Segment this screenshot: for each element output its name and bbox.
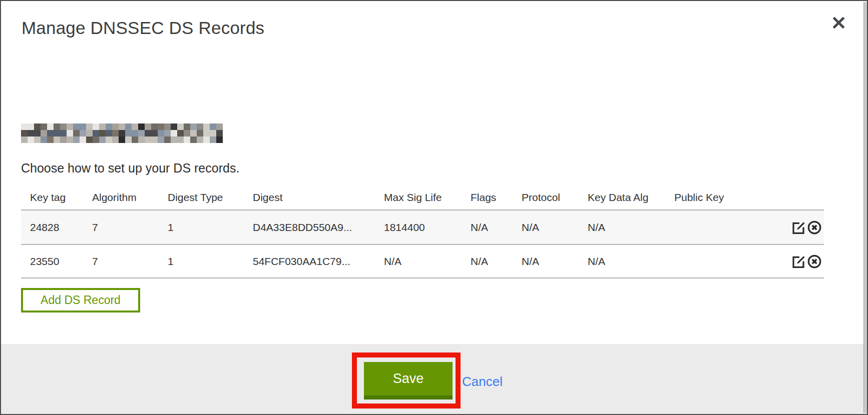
cell-flags: N/A [471, 256, 522, 268]
col-header-algorithm: Algorithm [92, 192, 168, 204]
col-header-flags: Flags [471, 192, 522, 204]
cell-digest: 54FCF030AA1C79... [253, 256, 384, 268]
col-header-digest-type: Digest Type [168, 192, 253, 204]
redacted-domain-name [21, 124, 223, 143]
delete-icon [807, 220, 822, 235]
table-header-row: Key tag Algorithm Digest Type Digest Max… [21, 185, 824, 210]
col-header-max-sig-life: Max Sig Life [384, 192, 471, 204]
cell-digest: D4A33E8DD550A9... [253, 222, 384, 234]
cell-key-tag: 24828 [30, 222, 92, 234]
cell-flags: N/A [471, 222, 522, 234]
cell-algorithm: 7 [92, 256, 168, 268]
dns-ds-records-dialog: Manage DNSSEC DS Records Choose how to s… [0, 0, 868, 415]
edit-record-button[interactable] [791, 220, 806, 235]
edit-icon [791, 220, 806, 235]
col-header-protocol: Protocol [522, 192, 588, 204]
scrollbar-track [863, 2, 867, 413]
cancel-link[interactable]: Cancel [462, 374, 503, 390]
edit-record-button[interactable] [791, 254, 806, 269]
cell-max-sig-life: 1814400 [384, 222, 471, 234]
save-button[interactable]: Save [364, 362, 453, 400]
add-ds-record-button[interactable]: Add DS Record [21, 288, 140, 312]
delete-record-button[interactable] [807, 220, 822, 235]
delete-record-button[interactable] [807, 254, 822, 269]
cell-algorithm: 7 [92, 222, 168, 234]
edit-icon [791, 254, 806, 269]
delete-icon [807, 254, 822, 269]
close-icon [830, 14, 848, 32]
col-header-key-data-alg: Key Data Alg [588, 192, 674, 204]
table-row: 23550 7 1 54FCF030AA1C79... N/A N/A N/A … [21, 244, 824, 278]
cell-key-data-alg: N/A [588, 222, 674, 234]
cell-digest-type: 1 [168, 256, 253, 268]
cell-protocol: N/A [522, 222, 588, 234]
col-header-public-key: Public Key [674, 192, 791, 204]
cell-max-sig-life: N/A [384, 256, 471, 268]
col-header-digest: Digest [253, 192, 384, 204]
cell-key-tag: 23550 [30, 256, 92, 268]
ds-records-table: Key tag Algorithm Digest Type Digest Max… [21, 185, 824, 278]
close-button[interactable] [830, 14, 848, 32]
cell-protocol: N/A [522, 256, 588, 268]
setup-instruction-text: Choose how to set up your DS records. [21, 161, 239, 176]
cell-digest-type: 1 [168, 222, 253, 234]
table-row: 24828 7 1 D4A33E8DD550A9... 1814400 N/A … [21, 210, 824, 244]
page-title: Manage DNSSEC DS Records [22, 18, 264, 38]
cell-key-data-alg: N/A [588, 256, 674, 268]
col-header-key-tag: Key tag [30, 192, 92, 204]
